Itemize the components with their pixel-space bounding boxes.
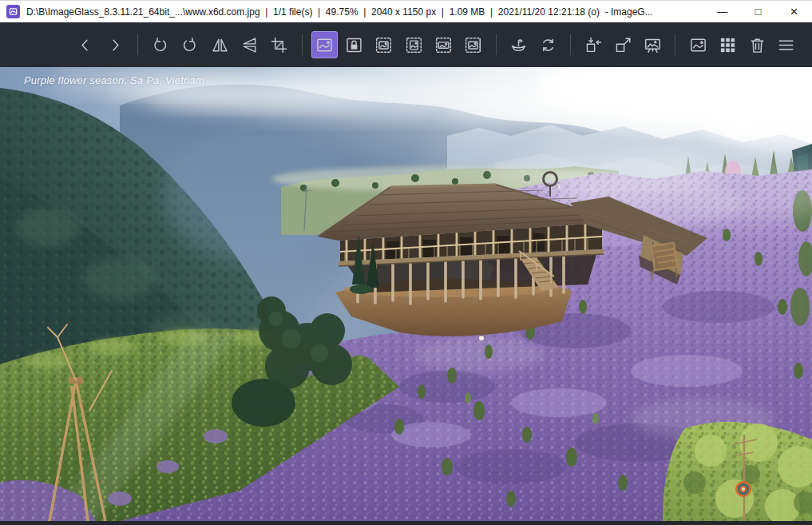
photo-artwork — [0, 67, 812, 521]
minimize-button[interactable]: — — [704, 1, 740, 22]
auto-zoom-button[interactable] — [311, 31, 338, 58]
full-size-button[interactable] — [610, 31, 636, 58]
crop-button[interactable] — [266, 31, 292, 58]
slideshow-button[interactable] — [640, 31, 666, 58]
image-caption: Purple flower season, Sa Pa, Vietnam — [24, 74, 204, 86]
menu-icon — [777, 36, 795, 54]
titlebar: D:\B\ImageGlass_8.3.11.21_64bit_...\www.… — [0, 0, 812, 22]
flip-vertical-icon — [240, 36, 259, 54]
image-dashed4-icon — [464, 36, 482, 54]
toolbar-separator — [570, 34, 571, 55]
grid-icon — [719, 36, 737, 54]
trash-icon — [748, 36, 766, 54]
delete-button[interactable] — [744, 31, 770, 58]
maximize-button[interactable]: □ — [740, 1, 776, 22]
flip-horizontal-icon — [211, 36, 229, 54]
refresh-icon — [539, 36, 557, 54]
image-dashed2-icon — [405, 36, 423, 54]
checkerboard-button[interactable] — [715, 31, 741, 58]
image-icon — [689, 36, 707, 54]
toolbar — [0, 22, 812, 67]
crop-icon — [270, 36, 288, 54]
edit-button[interactable] — [505, 31, 532, 58]
image-dashed-icon — [374, 36, 393, 54]
imageglass-logo-icon — [6, 5, 20, 18]
chevron-left-icon — [76, 36, 94, 54]
refresh-button[interactable] — [535, 31, 561, 58]
imageglass-window: D:\B\ImageGlass_8.3.11.21_64bit_...\www.… — [0, 0, 812, 525]
scale-to-fit-button[interactable] — [430, 31, 457, 58]
chevron-right-icon — [106, 36, 125, 54]
prev-button[interactable] — [72, 31, 98, 58]
toolbar-separator — [496, 34, 497, 55]
lock-zoom-button[interactable] — [341, 31, 367, 58]
slideshow-icon — [644, 36, 662, 54]
window-title: D:\B\ImageGlass_8.3.11.21_64bit_...\www.… — [26, 6, 704, 18]
flip-horizontal-button[interactable] — [206, 31, 232, 58]
next-button[interactable] — [101, 31, 128, 58]
thumbnail-bar-button[interactable] — [684, 31, 711, 58]
main-menu-button[interactable] — [773, 31, 799, 58]
scale-to-width-button[interactable] — [370, 31, 397, 58]
toolbar-separator — [137, 34, 138, 55]
close-button[interactable]: × — [776, 1, 812, 22]
scale-to-fill-button[interactable] — [460, 31, 486, 58]
toolbar-separator — [302, 34, 303, 55]
rotate-right-button[interactable] — [176, 31, 203, 58]
image-icon — [315, 36, 334, 54]
window-bottom-edge — [0, 521, 812, 525]
expand-icon — [614, 36, 632, 54]
image-canvas[interactable]: Purple flower season, Sa Pa, Vietnam — [0, 67, 812, 521]
adjust-window-button[interactable] — [580, 31, 606, 58]
rotate-left-icon — [151, 36, 169, 54]
lock-icon — [345, 36, 363, 54]
rotate-right-icon — [180, 36, 199, 54]
rotate-left-button[interactable] — [147, 31, 173, 58]
toolbar-separator — [675, 34, 675, 55]
flip-vertical-button[interactable] — [236, 31, 263, 58]
window-fit-icon — [584, 36, 603, 54]
scale-to-height-button[interactable] — [401, 31, 427, 58]
window-controls: — □ × — [704, 1, 812, 22]
boat-icon — [509, 36, 528, 54]
image-dashed3-icon — [434, 36, 453, 54]
